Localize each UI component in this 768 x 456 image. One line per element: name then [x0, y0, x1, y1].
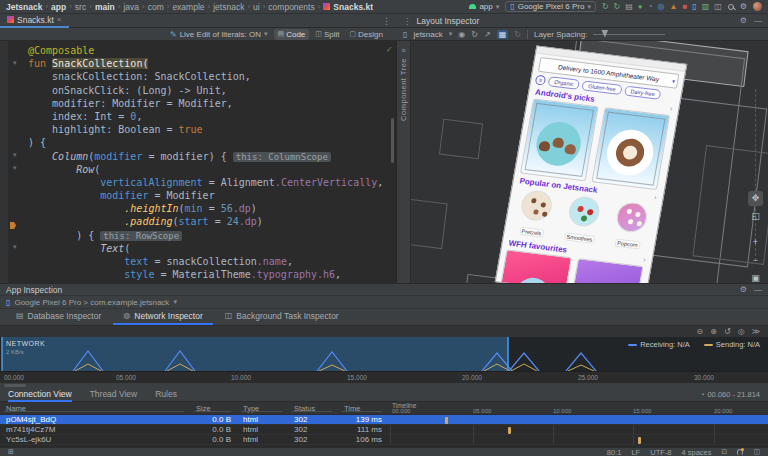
pan-mode-button[interactable]: ✥ [748, 191, 763, 206]
process-icon: ▯ [403, 30, 407, 39]
split-layout-icon[interactable]: ◫ [753, 448, 760, 456]
snapshot-icon[interactable]: ↻ [471, 30, 478, 39]
more-vertical-icon[interactable]: ⋮ [382, 16, 397, 26]
mode-button-code[interactable]: ▤Code [274, 29, 310, 40]
tab-snacks-kt[interactable]: Snacks.kt × [0, 14, 69, 28]
column-header-time[interactable]: Time [338, 402, 388, 414]
column-header-status[interactable]: Status [288, 402, 338, 414]
connection-row-Yc5sL-ejk6U[interactable]: Yc5sL-ejk6U0.0 Bhtml302106 ms [0, 435, 768, 445]
tab-rules[interactable]: Rules [155, 388, 177, 402]
column-header-size[interactable]: Size [190, 402, 237, 414]
sdk-manager-icon[interactable]: ◫ [714, 3, 722, 11]
network-timeline[interactable]: NETWORK 2 KB/s Receiving: N/ASending: N/… [0, 337, 768, 371]
component-tree-tab[interactable]: ≡ Component Tree [397, 41, 411, 283]
layout-inspector-viewport[interactable]: Delivery to 1600 Amphitheater Way ▾ ≡Org… [411, 41, 768, 283]
breadcrumb-item-main[interactable]: main [95, 2, 115, 12]
zoom-in-button[interactable]: + [748, 235, 763, 250]
status-item-UTF-8[interactable]: UTF-8 [650, 448, 671, 456]
column-header-name[interactable]: Name [0, 402, 190, 414]
reset-view-button[interactable]: ◱ [748, 209, 763, 224]
layer-spacing-slider[interactable] [593, 34, 665, 35]
device-select[interactable]: ▯ Google Pixel 6 Pro ▾ [505, 1, 596, 12]
zoom-fit-button[interactable]: ▣ [748, 271, 763, 283]
breadcrumb-item-example[interactable]: example [172, 2, 204, 12]
mode-button-split[interactable]: ◫Split [311, 29, 343, 40]
tab-thread-view[interactable]: Thread View [90, 388, 138, 402]
close-icon[interactable]: × [57, 15, 62, 24]
code-icon: ▤ [278, 30, 285, 38]
inspections-ok-icon[interactable]: ✓ [386, 45, 393, 54]
column-header-timeline[interactable]: Timeline00.00005.00010.00015.00020.000 [388, 402, 768, 414]
fold-chevron-icon[interactable]: ▾ [13, 151, 17, 159]
logcat-icon[interactable]: ▥ [702, 3, 710, 11]
editor-scrollbar[interactable] [391, 118, 394, 163]
profiler-icon[interactable]: ◔ [648, 3, 653, 11]
code-editor[interactable]: @Composablefun SnackCollection( snackCol… [0, 41, 397, 283]
network-legend: Receiving: N/ASending: N/A [628, 340, 760, 349]
mode-button-design[interactable]: ▢Design [345, 29, 387, 40]
zoom-selection-icon[interactable]: ◎ [738, 327, 745, 336]
notifications-bell-icon[interactable] [737, 449, 743, 455]
column-header-type[interactable]: Type [237, 402, 288, 414]
view-options-eye-icon[interactable]: ◉ [458, 30, 465, 39]
arrow-right-icon: › [669, 104, 673, 113]
breadcrumb-item-com[interactable]: com [148, 2, 164, 12]
export-icon[interactable]: ↗ [484, 30, 491, 39]
connection-row-pOM4sjt_BdQ[interactable]: pOM4sjt_BdQ0.0 Bhtml302139 ms [0, 415, 768, 425]
run-config-select[interactable]: app ▾ [469, 2, 499, 11]
zoom-in-icon[interactable]: ⊕ [710, 327, 717, 336]
status-item-80-1[interactable]: 80:1 [607, 448, 622, 456]
minimize-icon[interactable]: — [754, 16, 762, 25]
live-edit-toggle[interactable]: ✎ Live Edit of literals: ON ▾ [170, 30, 268, 39]
settings-gear-icon[interactable]: ⚙ [740, 3, 747, 11]
settings-gear-icon[interactable]: ⚙ [740, 16, 747, 25]
coverage-icon[interactable]: ◎ [658, 3, 665, 11]
layout-selector-icon[interactable]: ⊞ [8, 448, 14, 456]
lock-icon[interactable]: ⊡ [722, 448, 728, 456]
breadcrumb-file[interactable]: Snacks.kt [333, 2, 373, 12]
apply-changes-icon[interactable]: ↻ [614, 3, 621, 11]
tab-background-task-inspector[interactable]: ◫Background Task Inspector [215, 310, 349, 325]
minimize-icon[interactable]: — [754, 285, 762, 294]
more-vertical-icon[interactable]: ⋮ [403, 16, 412, 26]
breadcrumb-item-java[interactable]: java [123, 2, 139, 12]
status-item-4-spaces[interactable]: 4 spaces [681, 448, 711, 456]
layer-wireframe [411, 199, 448, 249]
zoom-out-button[interactable]: − [748, 253, 763, 268]
breadcrumb-item-components[interactable]: components [268, 2, 314, 12]
legend-swatch [628, 344, 637, 346]
separator [527, 30, 528, 39]
inspection-device-row[interactable]: ▯ Google Pixel 6 Pro > com.example.jetsn… [0, 296, 768, 309]
jump-live-icon[interactable]: ≫ [752, 327, 760, 336]
tab-connection-view[interactable]: Connection View [8, 388, 72, 402]
search-icon[interactable] [728, 4, 734, 10]
slider-thumb[interactable] [601, 30, 608, 38]
main-toolbar: Jetsnack›app›src›main›java›com›example›j… [0, 0, 768, 14]
status-item-LF[interactable]: LF [631, 448, 640, 456]
breadcrumb-item-ui[interactable]: ui [253, 2, 260, 12]
cell-timeline [388, 415, 768, 424]
user-avatar[interactable] [753, 2, 762, 11]
device-manager-icon[interactable]: ▯ [692, 3, 696, 11]
sync-icon[interactable]: ↻ [602, 3, 609, 11]
connection-row-m741tj4Cz7M[interactable]: m741tj4Cz7M0.0 Bhtml302111 ms [0, 425, 768, 435]
fold-chevron-icon[interactable]: ▾ [13, 164, 17, 172]
breadcrumb-item-app[interactable]: app [51, 2, 66, 12]
build-icon[interactable]: ▤ [625, 3, 633, 11]
breadcrumb-item-jetsnack[interactable]: jetsnack [213, 2, 244, 12]
process-select[interactable]: jetsnack [413, 30, 442, 39]
fold-chevron-icon[interactable]: ▾ [13, 59, 17, 67]
refresh-icon[interactable]: ↻ [514, 30, 521, 39]
stop-icon[interactable]: ■ [682, 3, 687, 11]
fold-chevron-icon[interactable]: ▾ [13, 243, 17, 251]
debug-icon[interactable]: ● [638, 3, 643, 11]
reset-zoom-icon[interactable]: ↺ [724, 327, 731, 336]
mode-3d-icon[interactable]: ▦ [497, 30, 509, 39]
tab-database-inspector[interactable]: ▤Database Inspector [6, 310, 111, 325]
attach-icon[interactable]: ▲ [670, 3, 678, 11]
breadcrumb-item-Jetsnack[interactable]: Jetsnack [6, 2, 42, 12]
tab-network-inspector[interactable]: ◍Network Inspector [113, 310, 212, 325]
zoom-out-icon[interactable]: ⊖ [697, 327, 704, 336]
breadcrumb-item-src[interactable]: src [75, 2, 86, 12]
settings-gear-icon[interactable]: ⚙ [740, 285, 747, 294]
